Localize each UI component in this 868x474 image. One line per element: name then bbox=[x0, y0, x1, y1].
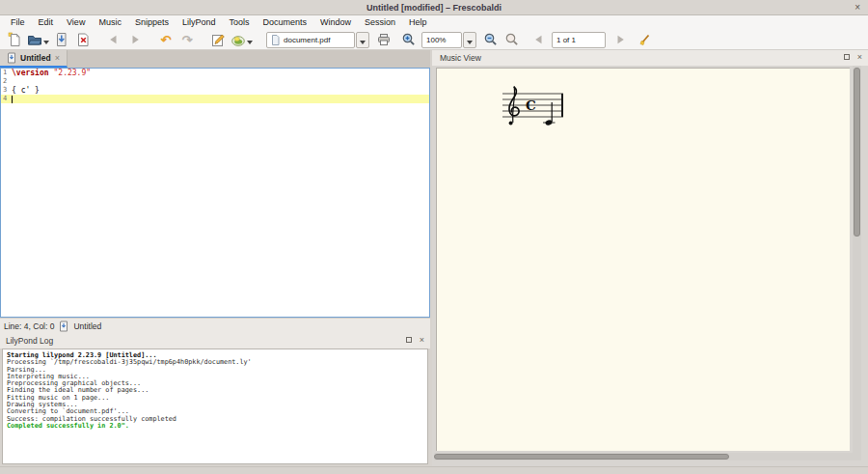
open-dropdown-caret[interactable] bbox=[43, 41, 49, 44]
previous-page-button[interactable] bbox=[530, 31, 548, 48]
menu-lilypond[interactable]: LilyPond bbox=[176, 15, 223, 30]
zoom-selector-value: 100% bbox=[426, 36, 457, 44]
log-success-line: Completed successfully in 2.0". bbox=[7, 423, 423, 430]
print-icon bbox=[376, 32, 392, 47]
zoom-selector-dropdown[interactable] bbox=[463, 32, 476, 48]
menu-documents[interactable]: Documents bbox=[256, 15, 313, 30]
menu-snippets[interactable]: Snippets bbox=[128, 15, 176, 30]
menu-file[interactable]: File bbox=[4, 15, 32, 30]
lilypond-dropdown-caret[interactable] bbox=[247, 41, 253, 44]
line-number: 2 bbox=[1, 77, 12, 86]
time-signature-glyph: C bbox=[526, 98, 536, 113]
quarter-note[interactable] bbox=[545, 102, 553, 125]
music-view-title: Music View bbox=[440, 53, 481, 63]
toolbar: ↶ ↷ document.pdf 100% 1 of 1 bbox=[0, 30, 868, 50]
current-code-line: 4 bbox=[1, 95, 429, 103]
music-view-content: C bbox=[432, 66, 868, 466]
new-document-button[interactable] bbox=[6, 31, 23, 48]
menu-help[interactable]: Help bbox=[402, 15, 434, 30]
window-bottom-edge bbox=[0, 466, 868, 474]
code-editor[interactable]: 1 \version"2.23.9" 2 3 { c' } 4 bbox=[0, 68, 430, 318]
zoom-in-icon bbox=[401, 32, 417, 47]
document-selector-value: document.pdf bbox=[284, 36, 350, 44]
magnifier-button[interactable] bbox=[503, 31, 521, 48]
text-cursor bbox=[12, 96, 13, 103]
undo-icon: ↶ bbox=[161, 34, 172, 46]
save-document-button[interactable] bbox=[53, 31, 70, 48]
tab-label: Untitled bbox=[20, 53, 51, 63]
tab-close-icon[interactable]: × bbox=[55, 53, 60, 63]
zoom-out-icon bbox=[483, 32, 499, 47]
document-tab-bar: Untitled × bbox=[0, 50, 430, 68]
jump-to-cursor-button[interactable] bbox=[637, 31, 654, 48]
open-folder-icon bbox=[27, 32, 42, 47]
document-dropdown-caret bbox=[360, 41, 366, 44]
music-view-float-icon[interactable] bbox=[844, 54, 850, 60]
line-number: 3 bbox=[1, 86, 12, 95]
vertical-scrollbar-thumb[interactable] bbox=[854, 68, 860, 237]
menu-bar: File Edit View Music Snippets LilyPond T… bbox=[0, 15, 868, 30]
log-float-icon[interactable] bbox=[406, 337, 412, 343]
redo-button[interactable]: ↷ bbox=[178, 31, 196, 48]
zoom-in-button[interactable] bbox=[400, 31, 418, 48]
modified-document-icon bbox=[7, 52, 16, 64]
engraved-score: C bbox=[501, 84, 566, 134]
close-document-button[interactable] bbox=[74, 31, 92, 48]
music-view-pane: Music View × bbox=[432, 50, 868, 466]
new-document-icon bbox=[7, 32, 22, 47]
log-panel-title: LilyPond Log bbox=[6, 336, 53, 346]
clef-tail-dot bbox=[509, 122, 513, 125]
menu-view[interactable]: View bbox=[60, 15, 92, 30]
lilypond-log-output[interactable]: Starting lilypond 2.23.9 [Untitled]... P… bbox=[2, 349, 428, 464]
save-icon bbox=[54, 32, 69, 47]
horizontal-scrollbar-thumb[interactable] bbox=[434, 454, 729, 460]
forward-icon bbox=[128, 33, 142, 46]
engrave-button[interactable] bbox=[209, 31, 227, 48]
zoom-dropdown-caret bbox=[467, 41, 473, 44]
menu-tools[interactable]: Tools bbox=[222, 15, 256, 30]
menu-window[interactable]: Window bbox=[313, 15, 358, 30]
tab-untitled[interactable]: Untitled × bbox=[0, 50, 68, 68]
music-view-vertical-scrollbar[interactable] bbox=[853, 66, 861, 460]
menu-edit[interactable]: Edit bbox=[32, 15, 61, 30]
editor-pane: Untitled × 1 \version"2.23.9" 2 3 { c' }… bbox=[0, 50, 430, 466]
go-forward-button[interactable] bbox=[126, 31, 144, 48]
zoom-out-button[interactable] bbox=[482, 31, 500, 48]
page-indicator-field[interactable]: 1 of 1 bbox=[552, 32, 606, 48]
log-panel-header: LilyPond Log × bbox=[0, 333, 430, 349]
music-view-close-icon[interactable]: × bbox=[857, 53, 862, 61]
score-page[interactable]: C bbox=[436, 68, 850, 451]
edit-pencil-icon bbox=[210, 32, 226, 47]
line-number: 1 bbox=[1, 69, 12, 77]
page-indicator-value: 1 of 1 bbox=[556, 36, 601, 44]
music-view-horizontal-scrollbar[interactable] bbox=[434, 453, 861, 460]
final-barline bbox=[561, 94, 563, 117]
open-document-button[interactable] bbox=[27, 31, 49, 48]
document-selector[interactable]: document.pdf bbox=[266, 32, 355, 48]
code-line: 3 { c' } bbox=[1, 86, 429, 95]
close-document-icon bbox=[75, 32, 91, 47]
code-line: 1 \version"2.23.9" bbox=[1, 69, 429, 77]
menu-music[interactable]: Music bbox=[92, 15, 128, 30]
window-close-icon[interactable]: × bbox=[854, 1, 860, 14]
document-icon bbox=[271, 35, 280, 45]
keyword-version: \version bbox=[12, 69, 49, 77]
go-back-button[interactable] bbox=[105, 31, 122, 48]
music-expression: { c' } bbox=[12, 86, 40, 95]
cursor-position: Line: 4, Col: 0 bbox=[4, 321, 54, 331]
window-title: Untitled [modified] – Frescobaldi bbox=[366, 3, 502, 13]
document-selector-dropdown[interactable] bbox=[356, 32, 369, 48]
log-close-icon[interactable]: × bbox=[420, 336, 424, 344]
back-icon bbox=[107, 33, 121, 46]
magnifier-icon bbox=[504, 32, 520, 47]
print-button[interactable] bbox=[375, 31, 393, 48]
zoom-selector[interactable]: 100% bbox=[421, 32, 462, 48]
music-view-header: Music View × bbox=[432, 50, 868, 66]
lilypond-button[interactable] bbox=[231, 31, 253, 48]
menu-session[interactable]: Session bbox=[358, 15, 402, 30]
magic-wand-icon bbox=[637, 32, 653, 47]
next-page-icon bbox=[613, 33, 627, 46]
undo-button[interactable]: ↶ bbox=[157, 31, 175, 48]
status-document-icon bbox=[59, 321, 68, 332]
next-page-button[interactable] bbox=[611, 31, 629, 48]
